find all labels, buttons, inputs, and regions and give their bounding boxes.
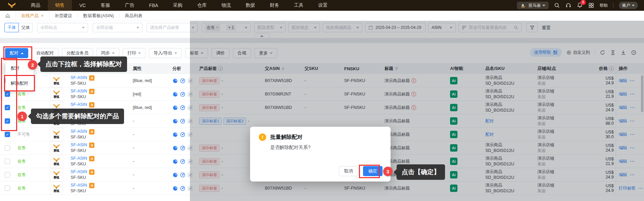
product-tag[interactable]: 演示标签	[199, 91, 219, 98]
trend-chart-icon[interactable]	[187, 91, 193, 97]
product-image[interactable]: 赛狐	[50, 168, 63, 182]
product-tag[interactable]: 演示标签	[199, 145, 219, 152]
filter-funnel-button[interactable]	[526, 23, 538, 32]
trend-chart-icon[interactable]	[187, 118, 193, 124]
nav-item-9[interactable]: 数据	[238, 0, 263, 11]
more-actions-icon[interactable]: ···	[630, 146, 635, 150]
asin-link[interactable]: SF-ASIN	[71, 129, 87, 134]
more-actions-icon[interactable]: ···	[630, 105, 635, 110]
scope-child-button[interactable]: 子体	[4, 23, 19, 32]
vertical-scrollbar[interactable]	[641, 75, 643, 112]
close-tab-icon[interactable]: ×	[41, 13, 44, 18]
product-image[interactable]: 赛狐	[50, 87, 63, 101]
row-checkbox[interactable]	[5, 145, 10, 151]
reset-filters-button[interactable]: 重置	[542, 25, 551, 31]
product-tag[interactable]: 演示标签	[199, 104, 219, 111]
trend-chart-icon[interactable]	[187, 186, 193, 191]
asin-link[interactable]: SF-ASIN	[71, 156, 87, 161]
nav-item-5[interactable]: FBA	[142, 0, 165, 11]
customize-columns-button[interactable]: 自定义列	[566, 50, 590, 55]
pie-analysis-icon[interactable]	[172, 132, 178, 137]
product-image[interactable]: 赛狐	[50, 182, 63, 195]
sort-icon[interactable]	[282, 67, 284, 70]
search-type-select[interactable]: ASIN	[428, 23, 456, 32]
product-image[interactable]: 赛狐	[50, 74, 63, 87]
pie-analysis-icon[interactable]	[172, 118, 178, 124]
nav-item-10[interactable]: 财务	[263, 0, 287, 11]
home-button[interactable]	[0, 13, 15, 18]
pair-status-select[interactable]: 配对状态	[288, 23, 320, 32]
nav-item-4[interactable]: 广告	[117, 0, 142, 11]
usage-help-button[interactable]: 使用帮助	[530, 48, 562, 57]
headset-icon[interactable]	[565, 2, 571, 8]
more-actions-icon[interactable]: ···	[630, 78, 635, 83]
row-checkbox[interactable]	[5, 159, 10, 164]
scope-parent-button[interactable]: 父体	[18, 23, 33, 32]
trend-chart-icon[interactable]	[187, 159, 193, 164]
nav-item-12[interactable]: 设置	[311, 0, 335, 11]
product-tag[interactable]: 演示标签	[199, 185, 219, 192]
pie-analysis-icon[interactable]	[172, 91, 178, 97]
notifications-bell[interactable]: 8	[577, 2, 583, 9]
row-action-link[interactable]: 编辑	[619, 132, 627, 137]
more-actions-icon[interactable]: ···	[630, 172, 635, 177]
site-select[interactable]: 全部站点	[37, 23, 88, 32]
filter-icon[interactable]	[395, 67, 398, 71]
refresh-icon[interactable]	[600, 50, 605, 55]
pair-link[interactable]: 配对	[485, 119, 494, 123]
asin-link[interactable]: SF-ASIN	[71, 183, 87, 188]
asin-link[interactable]: SF-ASIN	[71, 75, 87, 81]
header-title[interactable]: 标题	[382, 66, 447, 72]
nav-item-3[interactable]: 客服	[93, 0, 117, 11]
row-action-link[interactable]: 编辑	[619, 78, 627, 84]
pie-analysis-icon[interactable]	[172, 105, 178, 111]
more-actions-icon[interactable]: ···	[630, 132, 635, 137]
tab-3[interactable]: 商品列表	[120, 11, 148, 21]
confirm-button[interactable]: 确定	[363, 166, 383, 176]
product-image[interactable]: 赛狐	[50, 155, 63, 168]
row-checkbox[interactable]	[5, 186, 10, 191]
product-tag[interactable]: 演示标签	[199, 171, 219, 178]
asin-link[interactable]: SF-ASIN	[71, 142, 87, 148]
header-parent-asin[interactable]: 父ASIN	[262, 66, 302, 72]
pie-analysis-icon[interactable]	[172, 186, 178, 191]
row-checkbox[interactable]: ✓	[5, 91, 10, 97]
product-tag-select[interactable]: 请选择产品标签	[147, 23, 198, 32]
pair-dropdown-button[interactable]: 配对	[5, 48, 28, 58]
nav-item-8[interactable]: 物流	[214, 0, 238, 11]
tab-1[interactable]: 补货建议	[49, 11, 78, 21]
app-logo[interactable]	[0, 2, 24, 8]
remove-tag-icon[interactable]: ×	[216, 25, 218, 30]
product-tag[interactable]: 演示标签	[199, 158, 219, 165]
dropdown-item-unpair[interactable]: 解除配对	[5, 76, 34, 91]
pie-analysis-icon[interactable]	[172, 159, 178, 164]
question-icon[interactable]: ?	[631, 50, 637, 55]
marketplace-switcher[interactable]: a 亚马逊	[517, 2, 549, 9]
row-checkbox[interactable]: ✓	[5, 118, 10, 124]
pair-link[interactable]: 配对	[485, 132, 494, 137]
download-icon[interactable]	[620, 50, 626, 55]
toolbar-button-6[interactable]: 调价	[211, 48, 230, 58]
radar-analysis-icon[interactable]	[180, 118, 186, 124]
row-action-link[interactable]: 编辑	[619, 91, 627, 97]
status-tag[interactable]: 在售×	[205, 24, 220, 31]
row-checkbox[interactable]	[5, 172, 10, 177]
shop-select[interactable]: 全部店铺	[93, 23, 143, 32]
search-icon[interactable]	[514, 25, 518, 30]
low-price-select[interactable]: 低价商城商品	[323, 23, 362, 32]
toolbar-button-8[interactable]: 更多	[254, 48, 277, 58]
hourglass-icon[interactable]	[610, 50, 616, 55]
asin-link[interactable]: SF-ASIN	[71, 88, 87, 94]
row-action-link[interactable]: 编辑	[619, 118, 627, 124]
radar-analysis-icon[interactable]	[180, 132, 186, 137]
asin-link[interactable]: SF-ASIN	[71, 102, 87, 108]
trend-chart-icon[interactable]	[187, 78, 193, 84]
more-actions-icon[interactable]: ···	[630, 119, 635, 123]
product-tag[interactable]: 演示标签1	[199, 118, 222, 125]
ai-badge[interactable]: Ai	[450, 171, 457, 178]
asin-link[interactable]: SF-ASIN	[71, 169, 87, 175]
date-range-picker[interactable]: 2025-04-23 ~ 2025-04-29	[365, 23, 426, 32]
row-action-link[interactable]: 编辑	[619, 172, 627, 178]
ai-badge[interactable]: Ai	[450, 185, 457, 192]
product-tag[interactable]: 演示标签	[199, 77, 219, 84]
